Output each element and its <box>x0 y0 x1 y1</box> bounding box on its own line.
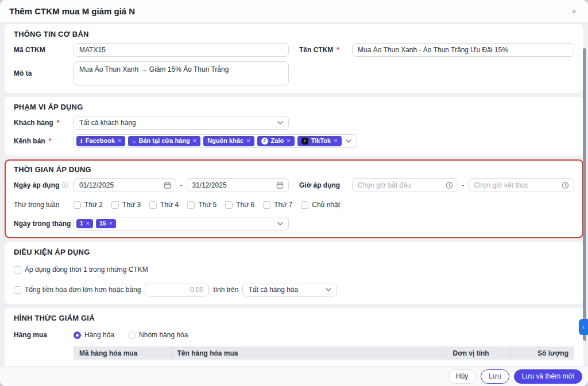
required-mark: * <box>49 137 52 145</box>
name-input[interactable] <box>352 43 574 57</box>
cell-name: -- <box>171 360 447 366</box>
close-icon[interactable]: × <box>569 6 579 17</box>
weekday-checkbox-thu[interactable]: Thứ 5 <box>187 201 216 209</box>
channel-tag-other[interactable]: Nguồn khác× <box>203 136 254 146</box>
section-basic-info: THÔNG TIN CƠ BẢN Mã CTKM Tên CTKM* Mô tả… <box>5 24 583 93</box>
radio-product[interactable]: Hàng hóa <box>74 331 114 339</box>
checkbox-icon[interactable] <box>301 201 308 209</box>
monthday-label: Ngày trong tháng <box>14 220 74 228</box>
col-header-qty: Số lượng <box>510 346 574 360</box>
checkbox-icon[interactable] <box>74 201 81 209</box>
range-separator: - <box>462 181 465 189</box>
buy-items-label: Hàng mua <box>14 331 74 339</box>
customer-label: Khách hàng* <box>14 119 74 127</box>
date-to-input[interactable] <box>187 179 289 192</box>
monthday-tag-1[interactable]: 1× <box>76 219 93 228</box>
apply-on-select-value: Tất cả hàng hóa <box>248 286 298 294</box>
weekday-checkbox-sun[interactable]: Chủ nhật <box>301 201 340 209</box>
radio-product-group[interactable]: Nhóm hàng hóa <box>128 331 188 339</box>
customer-select-value: Tất cả khách hàng <box>79 119 136 127</box>
col-header-unit: Đơn vị tính <box>447 346 510 360</box>
min-total-amount-input[interactable] <box>145 283 209 297</box>
weekday-checkbox-wed[interactable]: Thứ 4 <box>149 201 179 209</box>
condition-min-total-checkbox[interactable]: Tổng tiền hóa đơn lớn hơn hoặc bằng <box>14 286 141 294</box>
channel-multiselect[interactable]: fFacebook× ⌂Bán tại cửa hàng× Nguồn khác… <box>74 134 357 148</box>
range-separator: - <box>180 181 183 189</box>
channel-tag-zalo[interactable]: ZZalo× <box>257 136 295 146</box>
date-from-input[interactable] <box>74 179 176 192</box>
collapse-panel-handle[interactable]: ‹ <box>579 319 588 335</box>
weekday-checkbox-sat[interactable]: Thứ 7 <box>263 201 292 209</box>
store-icon: ⌂ <box>132 138 136 145</box>
modal-title: Thêm CTKM mua M giảm giá N <box>9 6 135 16</box>
checkbox-icon[interactable] <box>263 201 270 209</box>
tiktok-icon: ♪ <box>301 138 308 145</box>
checkbox-icon[interactable] <box>111 201 119 209</box>
monthday-tag-15[interactable]: 15× <box>96 219 116 228</box>
remove-tag-icon[interactable]: × <box>193 137 196 145</box>
remove-tag-icon[interactable]: × <box>118 137 121 145</box>
channel-label: Kênh bán* <box>14 137 74 145</box>
chevron-down-icon <box>277 222 283 225</box>
hour-from-input-wrap <box>352 178 458 192</box>
section-basic-title: THÔNG TIN CƠ BẢN <box>14 30 574 38</box>
weekday-label: Thứ trong tuần <box>14 201 74 209</box>
required-mark: * <box>57 119 60 127</box>
vertical-scrollbar[interactable] <box>583 48 586 341</box>
clock-icon[interactable] <box>562 182 569 189</box>
remove-tag-icon[interactable]: × <box>86 220 90 227</box>
chevron-left-icon: ‹ <box>582 323 585 330</box>
hour-to-input-wrap <box>469 178 575 192</box>
modal-header: Thêm CTKM mua M giảm giá N × <box>0 0 588 22</box>
required-mark: * <box>336 46 339 54</box>
radio-unselected-icon[interactable] <box>128 332 136 339</box>
cancel-button[interactable]: Hủy <box>448 369 476 384</box>
section-discount: HÌNH THỨC GIẢM GIÁ Hàng mua Hàng hóa Nhó… <box>5 308 583 366</box>
hour-from-input[interactable] <box>353 179 458 192</box>
add-promotion-modal: Thêm CTKM mua M giảm giá N × THÔNG TIN C… <box>0 0 588 386</box>
chevron-down-icon <box>277 121 283 124</box>
remove-tag-icon[interactable]: × <box>334 137 337 145</box>
checkbox-icon[interactable] <box>149 201 157 209</box>
weekday-checkbox-mon[interactable]: Thứ 2 <box>74 201 103 209</box>
condition-simultaneous-checkbox[interactable]: Áp dụng đồng thời 1 trong những CTKM <box>14 266 148 274</box>
description-textarea[interactable]: Mua Áo Thun Xanh → Giảm 15% Áo Thun Trắn… <box>74 61 289 85</box>
section-conditions-title: ĐIỀU KIỆN ÁP DỤNG <box>14 248 574 256</box>
checkbox-icon[interactable] <box>14 286 21 294</box>
save-and-new-button[interactable]: Lưu và thêm mới <box>514 369 582 384</box>
table-header-row: Mã hàng hóa mua Tên hàng hóa mua Đơn vị … <box>74 346 574 360</box>
checkbox-icon[interactable] <box>225 201 233 209</box>
section-scope-title: PHẠM VI ÁP DỤNG <box>14 103 574 111</box>
checkbox-icon[interactable] <box>14 266 21 274</box>
hour-to-input[interactable] <box>469 179 574 192</box>
chevron-down-icon <box>326 288 331 291</box>
chevron-down-icon <box>346 139 351 143</box>
checkbox-icon[interactable] <box>187 201 195 209</box>
section-time: THỜI GIAN ÁP DỤNG Ngày áp dụngⓘ - <box>5 159 583 238</box>
weekday-checkbox-tue[interactable]: Thứ 3 <box>111 201 141 209</box>
info-icon: ⓘ <box>61 181 68 190</box>
remove-tag-icon[interactable]: × <box>109 220 113 227</box>
remove-tag-icon[interactable]: × <box>246 137 250 145</box>
section-scope: PHẠM VI ÁP DỤNG Khách hàng* Tất cả khách… <box>5 97 583 155</box>
radio-selected-icon[interactable] <box>74 332 81 339</box>
hour-range-label: Giờ áp dụng <box>299 181 352 189</box>
channel-tag-store[interactable]: ⌂Bán tại cửa hàng× <box>128 136 200 146</box>
code-input[interactable] <box>74 43 289 57</box>
weekday-checkbox-fri[interactable]: Thứ 6 <box>225 201 254 209</box>
channel-tag-tiktok[interactable]: ♪TikTok× <box>297 136 342 146</box>
save-button[interactable]: Lưu <box>481 369 509 384</box>
calendar-icon[interactable] <box>164 182 171 189</box>
channel-tag-facebook[interactable]: fFacebook× <box>76 136 125 146</box>
table-row[interactable]: -- -- -- 1 <box>74 360 574 366</box>
customer-select[interactable]: Tất cả khách hàng <box>74 116 289 130</box>
section-time-title: THỜI GIAN ÁP DỤNG <box>14 165 574 174</box>
remove-tag-icon[interactable]: × <box>287 137 290 145</box>
monthday-multiselect[interactable]: 1× 15× <box>74 217 289 231</box>
zalo-icon: Z <box>261 138 268 145</box>
calendar-icon[interactable] <box>276 182 284 189</box>
cell-unit: -- <box>447 360 510 366</box>
clock-icon[interactable] <box>446 182 453 189</box>
cell-qty[interactable]: 1 <box>510 360 574 366</box>
apply-on-select[interactable]: Tất cả hàng hóa <box>242 283 337 297</box>
